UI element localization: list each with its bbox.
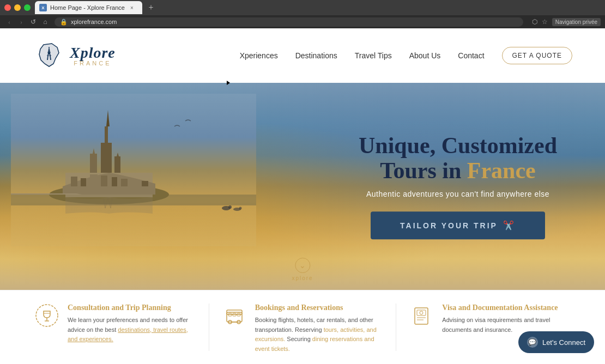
svg-rect-9 — [112, 177, 117, 186]
hero-tours-in-text: Tours in — [380, 159, 467, 184]
tailor-trip-icon: ✂️ — [503, 221, 516, 231]
window-close-btn[interactable] — [4, 4, 11, 11]
hero-title-line1: Unique, Customized — [343, 133, 572, 158]
live-chat-widget[interactable]: 💬 Let's Connect — [518, 331, 594, 353]
bookings-desc: Booking flights, hotels, car rentals, an… — [255, 316, 383, 354]
hero-content: Unique, Customized Tours in France Authe… — [343, 133, 572, 239]
consultation-desc: We learn your preferences and needs to o… — [68, 316, 196, 344]
logo-xplore-text: Xplore — [70, 45, 116, 60]
chat-icon: 💬 — [527, 337, 538, 348]
scroll-label: xplore — [292, 275, 313, 281]
tailor-trip-button[interactable]: TAILOR YOUR TRIP ✂️ — [371, 212, 545, 240]
hero-france-text: France — [467, 159, 536, 184]
service-bookings: Bookings and Reservations Booking flight… — [209, 304, 397, 351]
get-quote-button[interactable]: GET A QUOTE — [502, 47, 572, 64]
address-input[interactable]: 🔒 xplorefrance.com — [55, 17, 523, 27]
svg-point-17 — [36, 305, 58, 326]
consultation-content: Consultation and Trip Planning We learn … — [68, 304, 196, 344]
hero-title-line2: Tours in France — [343, 159, 572, 184]
scroll-circle-icon: ⌄ — [295, 258, 310, 273]
bookings-title: Bookings and Reservations — [255, 304, 383, 312]
nav-destinations[interactable]: Destinations — [295, 51, 337, 60]
hero-subtitle: Authentic adventures you can't find anyw… — [343, 190, 572, 199]
svg-point-14 — [228, 205, 232, 209]
private-nav-btn[interactable]: Navigation privée — [552, 18, 601, 26]
tab-close-btn[interactable]: × — [128, 4, 136, 11]
browser-nav-buttons: ‹ › ↺ ⌂ — [4, 17, 50, 27]
nav-about-us[interactable]: About Us — [409, 51, 441, 60]
svg-point-16 — [239, 207, 242, 210]
consultation-link[interactable]: destinations, travel routes, and experie… — [68, 326, 188, 343]
address-bar: ‹ › ↺ ⌂ 🔒 xplorefrance.com ⬡ ☆ Navigatio… — [0, 15, 605, 28]
visa-title: Visa and Documentation Assistance — [442, 304, 570, 312]
forward-btn[interactable]: › — [16, 17, 26, 27]
nav-travel-tips[interactable]: Travel Tips — [355, 51, 392, 60]
service-consultation: Consultation and Trip Planning We learn … — [22, 304, 209, 351]
chat-label: Let's Connect — [542, 338, 585, 347]
tab-favicon: X — [39, 4, 47, 11]
website-content: Xplore FRANCE Xperiences Destinations Tr… — [0, 28, 605, 364]
window-maximize-btn[interactable] — [24, 4, 31, 11]
tab-bar: X Home Page - Xplore France × + — [0, 0, 605, 15]
visa-icon — [409, 304, 433, 327]
svg-rect-5 — [71, 177, 77, 186]
home-btn[interactable]: ⌂ — [40, 17, 50, 27]
svg-rect-10 — [121, 179, 128, 186]
consultation-title: Consultation and Trip Planning — [68, 304, 196, 312]
back-btn[interactable]: ‹ — [4, 17, 14, 27]
bookings-icon — [222, 304, 246, 327]
nav-contact[interactable]: Contact — [458, 51, 484, 60]
bookings-content: Bookings and Reservations Booking flight… — [255, 304, 383, 354]
services-section: Consultation and Trip Planning We learn … — [0, 290, 605, 364]
nav-xperiences[interactable]: Xperiences — [240, 51, 278, 60]
favorites-icon[interactable]: ☆ — [542, 18, 548, 26]
svg-rect-12 — [142, 181, 148, 186]
navbar: Xplore FRANCE Xperiences Destinations Tr… — [0, 28, 605, 83]
svg-rect-8 — [101, 175, 107, 186]
scroll-indicator[interactable]: ⌄ xplore — [292, 258, 313, 281]
consultation-icon — [35, 304, 59, 327]
logo-icon — [33, 39, 65, 72]
nav-links: Xperiences Destinations Travel Tips Abou… — [240, 51, 485, 60]
svg-rect-7 — [90, 174, 98, 186]
new-tab-btn[interactable]: + — [144, 1, 158, 14]
svg-rect-11 — [132, 180, 137, 186]
logo-france-text: FRANCE — [70, 60, 116, 66]
logo-text: Xplore FRANCE — [70, 45, 116, 66]
hero-section: Unique, Customized Tours in France Authe… — [0, 83, 605, 290]
window-minimize-btn[interactable] — [14, 4, 21, 11]
svg-point-27 — [420, 311, 423, 314]
browser-toolbar-icons: ⬡ ☆ Navigation privée — [532, 18, 601, 26]
logo[interactable]: Xplore FRANCE — [33, 39, 116, 72]
extension-icon[interactable]: ⬡ — [532, 18, 537, 26]
visa-content: Visa and Documentation Assistance Advisi… — [442, 304, 570, 335]
tab-title: Home Page - Xplore France — [50, 4, 125, 11]
refresh-btn[interactable]: ↺ — [28, 17, 38, 27]
mont-saint-michel-illustration — [11, 94, 256, 246]
browser-chrome: X Home Page - Xplore France × + ‹ › ↺ ⌂ … — [0, 0, 605, 28]
active-tab[interactable]: X Home Page - Xplore France × — [35, 1, 142, 14]
svg-rect-6 — [81, 178, 86, 186]
tailor-trip-label: TAILOR YOUR TRIP — [400, 221, 498, 230]
